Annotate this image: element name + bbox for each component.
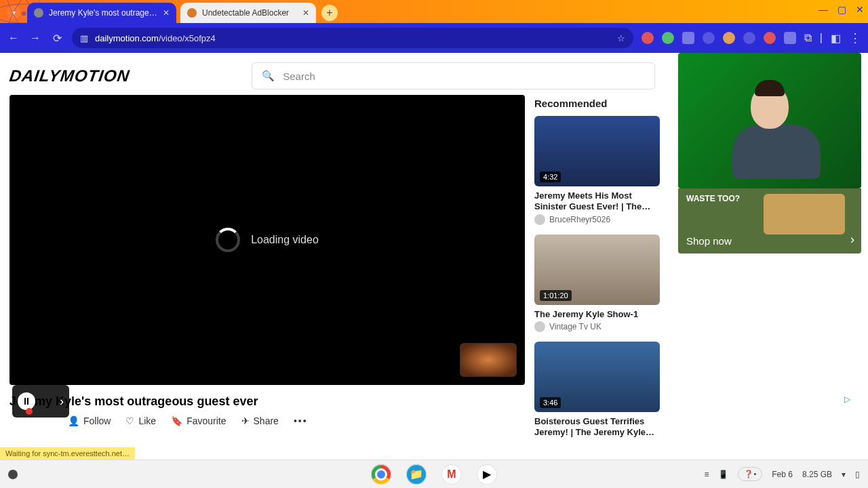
- tab-close-icon[interactable]: ✕: [302, 8, 309, 18]
- chevron-right-icon: ›: [850, 232, 854, 247]
- pip-thumbnail[interactable]: [460, 343, 517, 377]
- site-info-icon[interactable]: ▥: [80, 33, 88, 43]
- bookmark-icon: 🔖: [171, 415, 182, 426]
- heart-icon: ♡: [125, 415, 134, 426]
- search-icon: 🔍: [262, 70, 275, 82]
- display-ad[interactable]: WASTE TOO? Shop now ›: [678, 188, 861, 253]
- recommended-heading: Recommended: [534, 98, 667, 109]
- duration-badge: 4:32: [540, 171, 561, 182]
- browser-titlebar: ▾ Jeremy Kyle's most outrageo… ✕ Undetec…: [0, 0, 868, 23]
- follow-label: Follow: [83, 415, 111, 426]
- recommended-thumbnail[interactable]: 3:46: [534, 342, 660, 412]
- new-tab-button[interactable]: +: [321, 5, 338, 21]
- extension-icon[interactable]: [662, 32, 674, 44]
- recording-indicator-icon: [26, 408, 33, 415]
- search-input[interactable]: 🔍 Search: [252, 62, 655, 89]
- loading-spinner-icon: [216, 228, 240, 252]
- shelf-apps: 📁 M ▶: [371, 464, 497, 485]
- address-bar[interactable]: ▥ dailymotion.com/video/x5ofpz4 ☆: [72, 28, 633, 48]
- tab-title: Undetectable AdBlocker: [202, 8, 297, 18]
- files-app-icon[interactable]: 📁: [406, 464, 427, 485]
- recommended-channel[interactable]: Vintage Tv UK: [534, 321, 667, 332]
- recommended-thumbnail[interactable]: 1:01:20: [534, 235, 660, 305]
- share-button[interactable]: ✈ Share: [241, 415, 279, 426]
- recorder-expand-icon[interactable]: ›: [60, 394, 64, 409]
- more-actions-button[interactable]: •••: [294, 415, 308, 426]
- like-button[interactable]: ♡ Like: [125, 415, 156, 426]
- video-player[interactable]: Loading video: [9, 95, 525, 385]
- site-logo[interactable]: DAILYMOTION: [8, 66, 131, 85]
- chromeos-shelf: 📁 M ▶ ≡ 📱 ❓• Feb 6 8.25 GB ▾ ▯: [0, 460, 868, 488]
- webcam-person: [732, 84, 807, 179]
- tab-active[interactable]: Jeremy Kyle's most outrageo… ✕: [27, 3, 176, 23]
- user-plus-icon: 👤: [68, 415, 79, 426]
- share-label: Share: [254, 415, 279, 426]
- recommended-column: Recommended 4:32 Jeremy Meets His Most S…: [534, 95, 667, 447]
- follow-button[interactable]: 👤 Follow: [68, 415, 111, 426]
- screen-recorder-overlay[interactable]: ›: [12, 385, 69, 418]
- divider: |: [820, 32, 823, 44]
- recommended-title: The Jeremy Kyle Show-1: [534, 309, 667, 320]
- webcam-overlay: [678, 53, 861, 188]
- page-status-bar: Waiting for sync-tm.everesttech.net…: [0, 447, 135, 460]
- channel-name: Vintage Tv UK: [549, 322, 601, 331]
- window-minimize-icon[interactable]: —: [818, 4, 828, 15]
- page-viewport: DAILYMOTION 🔍 Search Loading video Jerem…: [0, 53, 868, 460]
- forward-button[interactable]: →: [28, 32, 42, 44]
- right-rail: WASTE TOO? Shop now › ▷: [678, 53, 861, 409]
- ad-cta: Shop now: [686, 235, 732, 247]
- shelf-date: Feb 6: [772, 470, 793, 479]
- extension-icon[interactable]: [743, 32, 755, 44]
- recommended-item[interactable]: 3:46 Boisterous Guest Terrifies Jeremy! …: [534, 342, 667, 439]
- duration-badge: 1:01:20: [540, 290, 572, 301]
- wifi-icon[interactable]: ▾: [842, 470, 846, 479]
- extensions-menu-icon[interactable]: ⧉: [804, 32, 812, 44]
- back-button[interactable]: ←: [7, 32, 20, 44]
- tab-inactive[interactable]: Undetectable AdBlocker ✕: [180, 3, 316, 23]
- launcher-button[interactable]: [8, 470, 18, 479]
- extension-icon[interactable]: [784, 32, 796, 44]
- play-store-icon[interactable]: ▶: [477, 464, 497, 485]
- tab-close-icon[interactable]: ✕: [163, 8, 170, 18]
- chrome-app-icon[interactable]: [371, 464, 391, 485]
- favourite-label: Favourite: [186, 415, 226, 426]
- tab-favicon: [187, 8, 197, 18]
- gmail-app-icon[interactable]: M: [441, 464, 462, 485]
- tab-search-button[interactable]: ▾: [7, 5, 20, 19]
- favourite-button[interactable]: 🔖 Favourite: [171, 415, 226, 426]
- side-panel-icon[interactable]: ◧: [831, 32, 841, 45]
- extension-icon[interactable]: [642, 32, 654, 44]
- window-maximize-icon[interactable]: ▢: [837, 4, 846, 15]
- extension-icon[interactable]: [682, 32, 694, 44]
- recommended-item[interactable]: 1:01:20 The Jeremy Kyle Show-1 Vintage T…: [534, 235, 667, 332]
- search-placeholder: Search: [283, 70, 315, 82]
- status-text: Waiting for sync-tm.everesttech.net…: [5, 449, 130, 458]
- reload-button[interactable]: ⟳: [50, 32, 64, 45]
- extension-icon[interactable]: [764, 32, 776, 44]
- shelf-memory: 8.25 GB: [802, 470, 832, 479]
- bookmark-star-icon[interactable]: ☆: [617, 33, 625, 43]
- recommended-item[interactable]: 4:32 Jeremy Meets His Most Sinister Gues…: [534, 116, 667, 225]
- adchoices-icon[interactable]: ▷: [844, 394, 850, 404]
- loading-label: Loading video: [251, 234, 319, 246]
- recommended-thumbnail[interactable]: 4:32: [534, 116, 660, 186]
- url-host: dailymotion.com: [95, 33, 159, 43]
- url-path: /video/x5ofpz4: [159, 33, 216, 43]
- system-tray[interactable]: ≡ 📱 ❓• Feb 6 8.25 GB ▾ ▯: [704, 467, 860, 481]
- ad-tagline: WASTE TOO?: [686, 194, 740, 203]
- extension-icon[interactable]: [723, 32, 735, 44]
- share-icon: ✈: [241, 415, 250, 426]
- tray-indicator-icon[interactable]: ≡: [704, 470, 709, 479]
- extensions-tray: ⧉ | ◧ ⋮: [642, 30, 861, 45]
- extension-icon[interactable]: [703, 32, 715, 44]
- recommended-channel[interactable]: BruceRheyr5026: [534, 214, 667, 225]
- recommended-title: Boisterous Guest Terrifies Jeremy! | The…: [534, 416, 667, 439]
- browser-menu-icon[interactable]: ⋮: [849, 30, 861, 45]
- phone-hub-icon[interactable]: 📱: [718, 470, 728, 479]
- recommended-title: Jeremy Meets His Most Sinister Guest Eve…: [534, 190, 667, 213]
- window-close-icon[interactable]: ✕: [856, 4, 864, 15]
- pause-recording-button[interactable]: [18, 392, 35, 410]
- battery-icon[interactable]: ▯: [855, 470, 860, 479]
- duration-badge: 3:46: [540, 397, 561, 408]
- help-badge[interactable]: ❓•: [738, 467, 762, 481]
